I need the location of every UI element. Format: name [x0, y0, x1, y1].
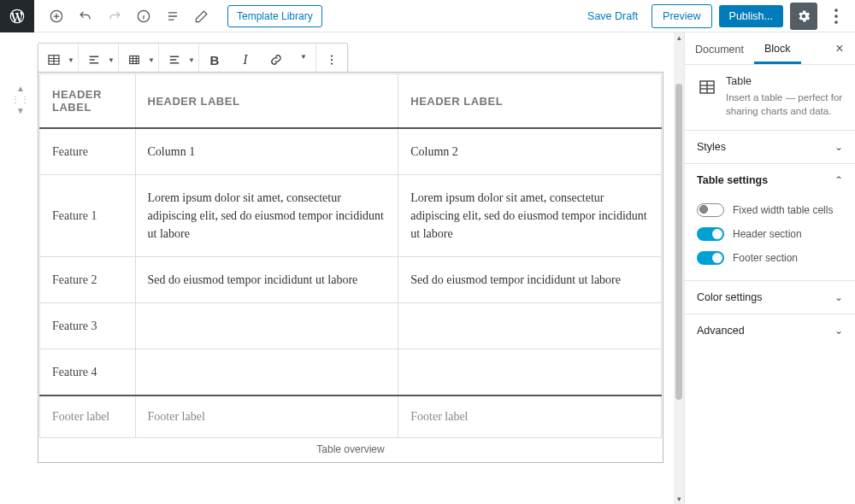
wordpress-logo[interactable]	[0, 0, 34, 32]
main-area: ▲ ⋮⋮ ▼ ▼ ▼ ▼	[0, 32, 855, 504]
preview-button[interactable]: Preview	[652, 4, 711, 28]
publish-button[interactable]: Publish...	[719, 5, 783, 27]
table[interactable]: HEADER LABEL HEADER LABEL HEADER LABEL F…	[39, 73, 662, 438]
table-header-cell[interactable]: HEADER LABEL	[398, 74, 662, 129]
move-up-icon[interactable]: ▲	[16, 84, 25, 93]
panel-color-settings: Color settings ⌄	[685, 281, 855, 314]
panel-table-settings-body: Fixed width table cells Header section F…	[685, 196, 855, 280]
chevron-down-icon: ▼	[68, 56, 74, 64]
table-cell[interactable]: Feature 3	[40, 303, 136, 349]
chevron-down-icon: ⌄	[834, 325, 843, 337]
chevron-down-icon: ▼	[148, 56, 155, 64]
tab-document[interactable]: Document	[685, 33, 754, 64]
scroll-up-icon[interactable]: ▴	[674, 32, 684, 43]
tab-block[interactable]: Block	[754, 32, 801, 64]
more-rich-text-button[interactable]: ▼	[292, 56, 315, 64]
table-cell[interactable]	[135, 349, 398, 396]
panel-color-settings-header[interactable]: Color settings ⌄	[685, 281, 855, 314]
table-row[interactable]: Feature 2 Sed do eiusmod tempor incididu…	[40, 257, 662, 303]
table-cell[interactable]: Lorem ipsum dolor sit amet, consectetur …	[135, 175, 398, 257]
panel-advanced: Advanced ⌄	[685, 314, 855, 347]
toggle-footer-section[interactable]	[697, 251, 724, 265]
table-footer-row[interactable]: Footer label Footer label Footer label	[40, 396, 662, 438]
panel-label: Table settings	[697, 174, 768, 186]
editor-scrollbar[interactable]: ▴ ▾	[674, 32, 684, 504]
table-block[interactable]: HEADER LABEL HEADER LABEL HEADER LABEL F…	[38, 72, 663, 463]
info-icon[interactable]	[132, 4, 156, 28]
table-header-cell[interactable]: HEADER LABEL	[40, 74, 136, 129]
panel-label: Styles	[697, 141, 726, 153]
table-header-row[interactable]: HEADER LABEL HEADER LABEL HEADER LABEL	[40, 74, 662, 129]
table-header-cell[interactable]: HEADER LABEL	[135, 74, 398, 129]
table-cell[interactable]: Column 1	[135, 128, 398, 175]
svg-point-2	[834, 9, 838, 12]
block-title: Table	[726, 75, 843, 87]
close-sidebar-icon[interactable]: ×	[824, 41, 855, 56]
table-cell[interactable]: Lorem ipsum dolor sit amet, consectetur …	[398, 175, 662, 257]
table-cell[interactable]: Feature 1	[40, 175, 136, 257]
table-edit-button[interactable]: ▼	[119, 52, 158, 67]
table-row[interactable]: Feature 4	[40, 349, 662, 396]
toggle-label: Footer section	[733, 252, 798, 264]
align-button[interactable]: ▼	[79, 52, 118, 67]
table-caption[interactable]: Table overview	[39, 438, 662, 462]
link-button[interactable]	[261, 52, 292, 67]
table-footer-cell[interactable]: Footer label	[135, 396, 398, 438]
toggle-header-section[interactable]	[697, 227, 724, 241]
topbar-right: Save Draft Preview Publish...	[581, 3, 855, 30]
column-align-button[interactable]: ▼	[159, 52, 198, 67]
panel-advanced-header[interactable]: Advanced ⌄	[685, 314, 855, 347]
table-cell[interactable]: Feature 2	[40, 257, 136, 303]
table-block-icon[interactable]: ▼	[38, 52, 78, 67]
panel-styles-header[interactable]: Styles ⌄	[685, 131, 855, 163]
block-more-options-icon[interactable]	[316, 52, 347, 67]
svg-point-9	[331, 62, 333, 64]
table-cell[interactable]: Feature 4	[40, 349, 136, 396]
table-row[interactable]: Feature 3	[40, 303, 662, 349]
table-cell[interactable]: Sed do eiusmod tempor incididunt ut labo…	[398, 257, 662, 303]
table-footer-cell[interactable]: Footer label	[398, 396, 662, 438]
add-block-icon[interactable]	[44, 4, 68, 28]
table-cell[interactable]	[398, 303, 662, 349]
chevron-down-icon: ▼	[108, 56, 115, 64]
save-draft-button[interactable]: Save Draft	[581, 5, 645, 27]
drag-handle-icon[interactable]: ⋮⋮	[11, 95, 30, 104]
svg-point-3	[834, 15, 838, 18]
undo-icon[interactable]	[74, 4, 97, 28]
table-cell[interactable]: Feature	[40, 128, 136, 175]
toggle-label: Fixed width table cells	[733, 204, 833, 216]
panel-label: Advanced	[697, 325, 745, 337]
panel-table-settings: Table settings ⌃ Fixed width table cells…	[685, 164, 855, 281]
redo-icon	[103, 4, 127, 28]
svg-point-4	[834, 21, 838, 24]
scroll-thumb[interactable]	[675, 84, 682, 400]
sidebar-tabs: Document Block ×	[685, 32, 855, 65]
table-cell[interactable]: Sed do eiusmod tempor incididunt ut labo…	[135, 257, 398, 303]
template-library-button[interactable]: Template Library	[227, 5, 322, 27]
editor-column: ▲ ⋮⋮ ▼ ▼ ▼ ▼	[0, 32, 674, 504]
outline-icon[interactable]	[161, 4, 185, 28]
table-cell[interactable]	[398, 349, 662, 396]
italic-button[interactable]: I	[230, 52, 261, 67]
panel-table-settings-header[interactable]: Table settings ⌃	[685, 164, 855, 196]
toggle-label: Header section	[733, 228, 802, 240]
scroll-down-icon[interactable]: ▾	[674, 494, 684, 504]
svg-point-8	[331, 59, 333, 61]
editor-topbar: Template Library Save Draft Preview Publ…	[0, 0, 855, 32]
toggle-fixed-width-row: Fixed width table cells	[697, 198, 843, 222]
table-footer-cell[interactable]: Footer label	[40, 396, 136, 438]
table-row[interactable]: Feature Column 1 Column 2	[40, 128, 662, 175]
chevron-down-icon: ▼	[300, 52, 307, 60]
toggle-header-section-row: Header section	[697, 222, 843, 246]
table-cell[interactable]	[135, 303, 398, 349]
bold-button[interactable]: B	[199, 53, 230, 67]
settings-button[interactable]	[790, 3, 817, 30]
move-down-icon[interactable]: ▼	[16, 106, 25, 115]
table-cell[interactable]: Column 2	[398, 128, 662, 175]
chevron-down-icon: ⌄	[834, 291, 843, 303]
topbar-left: Template Library	[34, 4, 322, 28]
more-options-icon[interactable]	[824, 3, 848, 30]
toggle-fixed-width[interactable]	[697, 203, 724, 217]
edit-icon[interactable]	[190, 4, 214, 28]
table-row[interactable]: Feature 1 Lorem ipsum dolor sit amet, co…	[40, 175, 662, 257]
